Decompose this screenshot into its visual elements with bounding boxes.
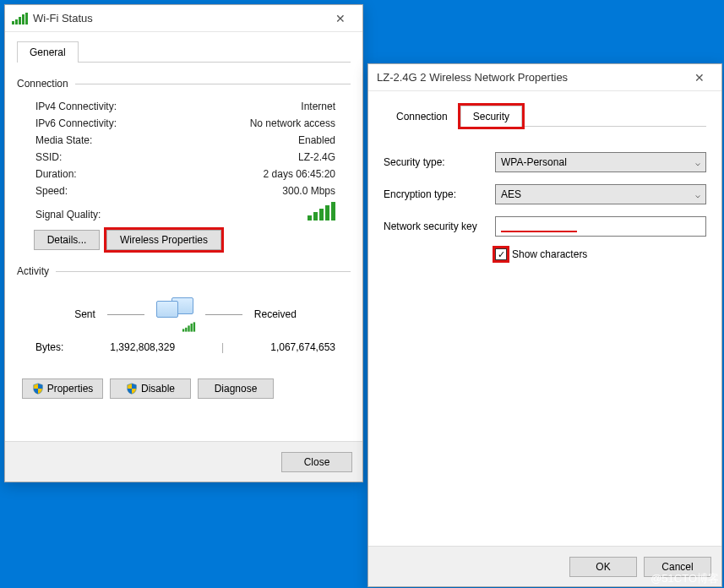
row-show-characters: ✓ Show characters: [495, 248, 706, 260]
action-button-row: Properties Disable Diagnose: [17, 375, 351, 399]
ipv4-label: IPv4 Connectivity:: [35, 101, 117, 112]
wifi-title: Wi-Fi Status: [33, 12, 325, 24]
show-characters-checkbox[interactable]: ✓: [495, 248, 507, 260]
props-titlebar: LZ-2.4G 2 Wireless Network Properties ✕: [368, 64, 721, 91]
security-key-label: Network security key: [384, 220, 495, 232]
bytes-row: Bytes: 1,392,808,329 | 1,067,674,653: [35, 336, 335, 367]
show-characters-label: Show characters: [512, 248, 587, 260]
tab-connection[interactable]: Connection: [384, 106, 460, 127]
signal-quality-icon: [308, 202, 335, 220]
watermark: @51CTO博客: [651, 571, 719, 586]
speed-label: Speed:: [35, 185, 68, 197]
row-ipv4: IPv4 Connectivity: Internet: [17, 98, 351, 115]
row-security-key: Network security key: [384, 216, 706, 237]
disable-button[interactable]: Disable: [110, 378, 191, 399]
diagnose-button[interactable]: Diagnose: [198, 378, 274, 399]
duration-label: Duration:: [35, 168, 77, 180]
chevron-down-icon: ⌵: [695, 190, 700, 199]
signal-label: Signal Quality:: [35, 209, 101, 220]
ipv6-label: IPv6 Connectivity:: [35, 117, 117, 129]
connection-button-row: Details... Wireless Properties: [17, 223, 351, 262]
props-title: LZ-2.4G 2 Wireless Network Properties: [377, 71, 684, 84]
row-ssid: SSID: LZ-2.4G: [17, 149, 351, 166]
encryption-type-value: AES: [501, 188, 521, 200]
details-button[interactable]: Details...: [34, 230, 100, 250]
bytes-label: Bytes:: [35, 341, 63, 353]
props-tab-strip: Connection Security: [384, 105, 706, 127]
tab-security[interactable]: Security: [460, 106, 522, 127]
activity-area: Sent Received Bytes: 1,392,808,329 | 1,0…: [17, 286, 351, 375]
props-body: Connection Security Security type: WPA-P…: [368, 91, 721, 260]
wifi-signal-icon: [12, 13, 28, 24]
bytes-recv: 1,067,674,653: [270, 341, 335, 353]
bytes-divider: |: [221, 341, 224, 353]
sent-received-row: Sent Received: [35, 297, 335, 331]
properties-button[interactable]: Properties: [22, 378, 103, 399]
group-activity-label: Activity: [17, 265, 351, 277]
row-speed: Speed: 300.0 Mbps: [17, 182, 351, 199]
network-monitor-icon: [156, 297, 193, 331]
encryption-type-select[interactable]: AES ⌵: [495, 184, 706, 204]
close-icon[interactable]: ✕: [325, 8, 356, 30]
ipv4-value: Internet: [301, 101, 335, 112]
tab-general[interactable]: General: [17, 41, 79, 63]
bytes-sent: 1,392,808,329: [110, 341, 175, 353]
row-encryption-type: Encryption type: AES ⌵: [384, 184, 706, 204]
security-type-label: Security type:: [384, 156, 495, 168]
ssid-value: LZ-2.4G: [298, 151, 335, 163]
security-key-input[interactable]: [495, 216, 706, 237]
chevron-down-icon: ⌵: [695, 158, 700, 167]
security-key-value: [501, 220, 577, 232]
sent-line: [107, 314, 144, 315]
row-media: Media State: Enabled: [17, 132, 351, 149]
wifi-body: General Connection IPv4 Connectivity: In…: [5, 32, 362, 407]
shield-icon: [32, 383, 44, 395]
media-label: Media State:: [35, 134, 92, 146]
recv-line: [205, 314, 242, 315]
row-signal: Signal Quality:: [17, 199, 351, 223]
row-security-type: Security type: WPA-Personal ⌵: [384, 152, 706, 172]
row-duration: Duration: 2 days 06:45:20: [17, 166, 351, 182]
ssid-label: SSID:: [35, 151, 62, 163]
wireless-properties-button[interactable]: Wireless Properties: [106, 230, 221, 250]
wifi-titlebar: Wi-Fi Status ✕: [5, 5, 362, 32]
media-value: Enabled: [298, 134, 335, 146]
ipv6-value: No network access: [250, 117, 335, 129]
shield-icon: [126, 383, 138, 395]
security-type-value: WPA-Personal: [501, 156, 567, 168]
encryption-type-label: Encryption type:: [384, 188, 495, 200]
close-button[interactable]: Close: [281, 452, 352, 472]
wifi-status-dialog: Wi-Fi Status ✕ General Connection IPv4 C…: [4, 4, 363, 482]
sent-label: Sent: [74, 308, 95, 320]
disable-button-label: Disable: [141, 383, 175, 395]
group-connection-label: Connection: [17, 78, 351, 90]
row-ipv6: IPv6 Connectivity: No network access: [17, 115, 351, 132]
ok-button[interactable]: OK: [569, 557, 637, 577]
wifi-footer: Close: [5, 441, 362, 482]
wifi-tab-strip: General: [17, 41, 351, 63]
security-type-select[interactable]: WPA-Personal ⌵: [495, 152, 706, 172]
properties-button-label: Properties: [47, 383, 94, 395]
network-properties-dialog: LZ-2.4G 2 Wireless Network Properties ✕ …: [367, 63, 722, 587]
duration-value: 2 days 06:45:20: [264, 168, 335, 180]
received-label: Received: [254, 308, 297, 320]
speed-value: 300.0 Mbps: [282, 185, 335, 197]
close-icon[interactable]: ✕: [684, 67, 715, 89]
